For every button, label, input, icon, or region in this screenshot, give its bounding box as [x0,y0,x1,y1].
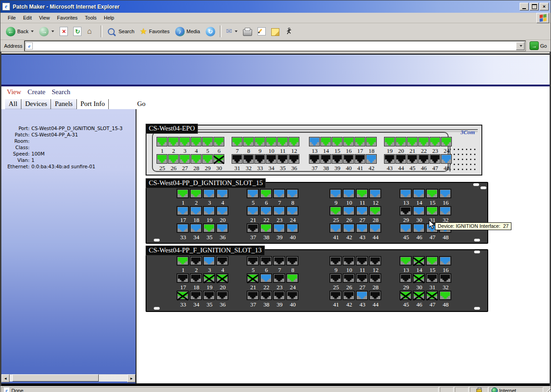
port-jack[interactable] [190,189,202,198]
port-jack[interactable] [177,189,189,198]
port-jack[interactable] [309,137,320,146]
port-jack[interactable] [369,256,381,266]
mail-button[interactable]: ✉ [223,23,240,40]
port-jack[interactable] [399,206,412,216]
tab-all[interactable]: All [5,99,21,109]
address-dropdown-button[interactable] [516,42,525,50]
refresh-button[interactable]: ↻ [71,23,84,40]
forward-button[interactable]: → [36,23,57,40]
media-button[interactable]: ♪ Media [172,23,203,40]
port-jack[interactable] [343,137,354,146]
port-jack[interactable] [260,189,272,198]
port-jack[interactable] [356,223,368,233]
port-jack[interactable] [413,223,425,233]
port-jack[interactable] [441,154,452,164]
port-jack[interactable] [286,223,298,233]
port-jack[interactable] [286,206,298,216]
port-jack[interactable] [190,273,202,283]
menu-view[interactable]: View [35,14,54,22]
port-jack[interactable] [399,273,412,283]
mail-dropdown-icon[interactable] [235,30,238,32]
port-jack[interactable] [216,223,228,233]
port-jack[interactable] [356,273,368,283]
port-jack[interactable] [369,223,381,233]
port-jack[interactable] [439,206,451,216]
resize-grip[interactable] [544,387,551,392]
maximize-button[interactable] [530,3,539,10]
port-jack[interactable] [273,291,285,300]
port-jack[interactable] [439,189,451,198]
port-jack[interactable] [177,273,189,283]
port-jack[interactable] [243,137,254,146]
port-jack[interactable] [426,291,438,300]
sidebar-horizontal-scrollbar[interactable]: ◄ ► [1,374,136,382]
port-jack[interactable] [332,154,343,164]
port-jack[interactable] [356,189,368,198]
port-jack[interactable] [216,206,228,216]
port-jack[interactable] [216,291,228,300]
port-jack[interactable] [395,137,406,146]
port-jack[interactable] [203,206,215,216]
port-jack[interactable] [260,273,272,283]
back-button[interactable]: ← Back [3,23,36,40]
edit-button[interactable] [255,23,268,40]
port-jack[interactable] [413,273,425,283]
port-jack[interactable] [190,223,202,233]
port-jack[interactable] [354,137,365,146]
port-jack[interactable] [413,256,425,266]
port-jack[interactable] [413,291,425,300]
discuss-button[interactable] [268,23,282,40]
port-jack[interactable] [343,273,355,283]
port-jack[interactable] [273,273,285,283]
port-jack[interactable] [426,206,438,216]
port-jack[interactable] [413,206,425,216]
port-jack[interactable] [395,154,406,164]
port-jack[interactable] [366,154,377,164]
port-jack[interactable] [157,137,167,146]
port-jack[interactable] [273,189,285,198]
port-jack[interactable] [356,256,368,266]
port-jack[interactable] [203,223,215,233]
port-jack[interactable] [254,154,265,164]
port-jack[interactable] [277,154,288,164]
menu-tools[interactable]: Tools [81,14,101,22]
port-jack[interactable] [202,137,213,146]
port-jack[interactable] [168,137,179,146]
link-search[interactable]: Search [52,88,71,96]
port-jack[interactable] [320,154,331,164]
close-button[interactable]: × [540,3,549,10]
port-jack[interactable] [329,273,342,283]
port-jack[interactable] [369,273,381,283]
port-jack[interactable] [203,189,215,198]
port-jack[interactable] [356,206,368,216]
port-jack[interactable] [369,291,381,300]
port-jack[interactable] [266,154,277,164]
minimize-button[interactable] [520,3,529,10]
port-jack[interactable] [329,223,342,233]
tab-panels[interactable]: Panels [51,99,76,109]
stop-button[interactable]: × [57,23,71,40]
link-create[interactable]: Create [28,88,45,96]
forward-dropdown-icon[interactable] [51,30,54,32]
port-jack[interactable] [369,206,381,216]
menu-help[interactable]: Help [100,14,118,22]
port-jack[interactable] [190,256,202,266]
port-jack[interactable] [430,137,440,146]
port-jack[interactable] [260,206,272,216]
port-jack[interactable] [213,137,224,146]
port-jack[interactable] [177,291,189,300]
go-button[interactable]: → Go [528,41,549,50]
port-jack[interactable] [426,273,438,283]
port-jack[interactable] [203,291,215,300]
port-jack[interactable] [288,137,299,146]
port-jack[interactable] [288,154,299,164]
port-jack[interactable] [168,154,179,164]
port-jack[interactable] [213,154,224,164]
port-jack[interactable] [179,137,190,146]
tab-go-link[interactable]: Go [137,100,145,109]
home-button[interactable]: ⌂ [84,23,99,40]
port-jack[interactable] [399,223,412,233]
port-jack[interactable] [286,291,298,300]
port-jack[interactable] [243,154,254,164]
scrollbar-track[interactable] [10,374,127,382]
